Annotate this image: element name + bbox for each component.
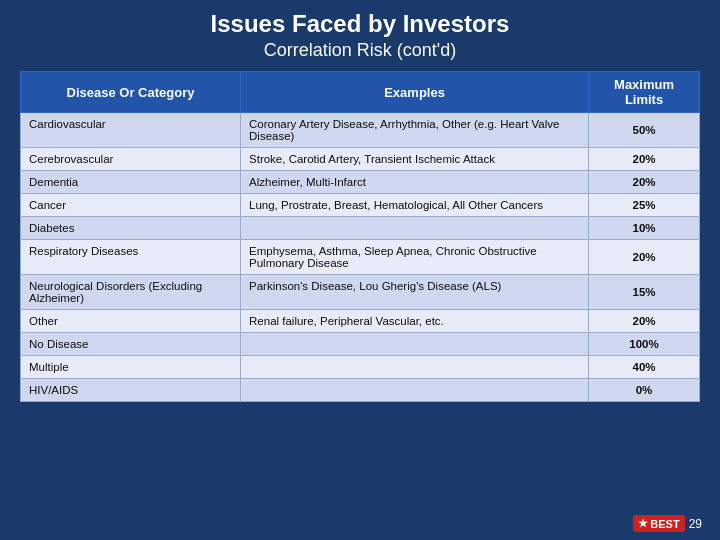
examples-cell <box>241 379 589 402</box>
disease-cell: Neurological Disorders (Excluding Alzhei… <box>21 275 241 310</box>
examples-cell: Emphysema, Asthma, Sleep Apnea, Chronic … <box>241 240 589 275</box>
table-row: CerebrovascularStroke, Carotid Artery, T… <box>21 148 700 171</box>
examples-cell: Alzheimer, Multi-Infarct <box>241 171 589 194</box>
col-header-disease: Disease Or Category <box>21 72 241 113</box>
logo-area: ★ BEST 29 <box>633 515 702 532</box>
disease-cell: Cardiovascular <box>21 113 241 148</box>
table-row: Multiple40% <box>21 356 700 379</box>
table-row: OtherRenal failure, Peripheral Vascular,… <box>21 310 700 333</box>
disease-cell: Other <box>21 310 241 333</box>
table-row: Diabetes10% <box>21 217 700 240</box>
table-row: HIV/AIDS0% <box>21 379 700 402</box>
table-row: No Disease100% <box>21 333 700 356</box>
col-header-examples: Examples <box>241 72 589 113</box>
max-limits-cell: 20% <box>589 171 700 194</box>
max-limits-cell: 25% <box>589 194 700 217</box>
disease-cell: Cerebrovascular <box>21 148 241 171</box>
disease-cell: No Disease <box>21 333 241 356</box>
page-title: Issues Faced by Investors <box>211 10 510 38</box>
disease-cell: Cancer <box>21 194 241 217</box>
examples-cell: Renal failure, Peripheral Vascular, etc. <box>241 310 589 333</box>
examples-cell: Parkinson's Disease, Lou Gherig's Diseas… <box>241 275 589 310</box>
examples-cell: Coronary Artery Disease, Arrhythmia, Oth… <box>241 113 589 148</box>
disease-cell: Respiratory Diseases <box>21 240 241 275</box>
logo-text: BEST <box>650 518 679 530</box>
disease-cell: Dementia <box>21 171 241 194</box>
table-row: CancerLung, Prostrate, Breast, Hematolog… <box>21 194 700 217</box>
examples-cell: Stroke, Carotid Artery, Transient Ischem… <box>241 148 589 171</box>
best-logo: ★ BEST <box>633 515 684 532</box>
disease-cell: HIV/AIDS <box>21 379 241 402</box>
examples-cell <box>241 217 589 240</box>
examples-cell <box>241 356 589 379</box>
disease-cell: Diabetes <box>21 217 241 240</box>
disease-cell: Multiple <box>21 356 241 379</box>
max-limits-cell: 40% <box>589 356 700 379</box>
table-row: Neurological Disorders (Excluding Alzhei… <box>21 275 700 310</box>
max-limits-cell: 15% <box>589 275 700 310</box>
max-limits-cell: 20% <box>589 240 700 275</box>
col-header-max-limits: Maximum Limits <box>589 72 700 113</box>
max-limits-cell: 20% <box>589 148 700 171</box>
examples-cell <box>241 333 589 356</box>
table-header-row: Disease Or Category Examples Maximum Lim… <box>21 72 700 113</box>
table-row: Respiratory DiseasesEmphysema, Asthma, S… <box>21 240 700 275</box>
max-limits-cell: 100% <box>589 333 700 356</box>
table-row: CardiovascularCoronary Artery Disease, A… <box>21 113 700 148</box>
table-row: DementiaAlzheimer, Multi-Infarct20% <box>21 171 700 194</box>
page-subtitle: Correlation Risk (cont'd) <box>264 40 457 61</box>
max-limits-cell: 0% <box>589 379 700 402</box>
correlation-risk-table: Disease Or Category Examples Maximum Lim… <box>20 71 700 402</box>
max-limits-cell: 10% <box>589 217 700 240</box>
examples-cell: Lung, Prostrate, Breast, Hematological, … <box>241 194 589 217</box>
max-limits-cell: 20% <box>589 310 700 333</box>
page: Issues Faced by Investors Correlation Ri… <box>0 0 720 540</box>
star-icon: ★ <box>638 517 648 530</box>
page-number: 29 <box>689 517 702 531</box>
max-limits-cell: 50% <box>589 113 700 148</box>
